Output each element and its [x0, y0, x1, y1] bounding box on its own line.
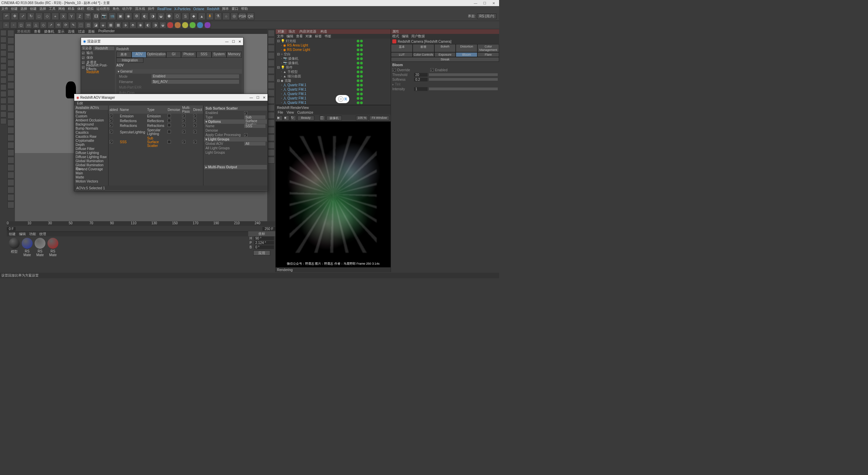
right-tool-3[interactable] [268, 52, 275, 59]
aov-row-3[interactable]: SpecularLightingSpecular Lighting [108, 128, 203, 136]
right-tool-1[interactable] [268, 37, 275, 44]
mat-tab-功能[interactable]: 功能 [29, 232, 36, 236]
menu-窗口[interactable]: 窗口 [232, 6, 238, 11]
vp-menu-选项[interactable]: 选项 [68, 29, 75, 34]
right-tool-13[interactable] [268, 127, 275, 134]
obj-row-3[interactable]: ⊟○空白 [276, 52, 391, 56]
rv-preset-select[interactable]: Beauty [297, 116, 314, 120]
attr-tab-Bokeh[interactable]: Bokeh [434, 44, 456, 52]
mat-tab-编辑[interactable]: 编辑 [19, 232, 26, 236]
attr-tab-LUT[interactable]: LUT [391, 52, 413, 57]
toolbar2-button-8[interactable]: ⟳ [62, 22, 69, 28]
aov-avail-2[interactable]: Ambient Occlusion [74, 118, 108, 122]
menu-工具[interactable]: 工具 [49, 6, 56, 11]
aov-max-button[interactable]: ☐ [256, 96, 259, 99]
obj-row-4[interactable]: ·📷摄像机 [276, 56, 391, 61]
toolbar2-button-15[interactable]: ▩ [115, 22, 121, 28]
obj-menu-编辑[interactable]: 编辑 [287, 34, 293, 39]
aov-avail-16[interactable]: Matte [74, 175, 108, 179]
toolbar2-button-4[interactable]: △ [33, 22, 39, 28]
rs-min-button[interactable]: — [225, 40, 229, 43]
vp-menu-ProRender[interactable]: ProRender [98, 29, 115, 34]
toolbar-button-24[interactable]: ▲ [198, 13, 205, 20]
aov-avail-5[interactable]: Caustics [74, 130, 108, 134]
aov-row-0[interactable]: EmissionEmission [108, 114, 203, 118]
toolbar2-button-25[interactable] [189, 22, 196, 28]
rs-subtab-AOV[interactable]: AOV [132, 52, 147, 58]
toolbar-button-27[interactable]: ○ [222, 13, 230, 20]
menu-运动图形[interactable]: 运动图形 [96, 6, 110, 11]
maximize-button[interactable]: ☐ [480, 1, 489, 5]
menu-样条[interactable]: 样条 [68, 6, 75, 11]
obj-menu-文件[interactable]: 文件 [277, 34, 284, 39]
threshold-slider[interactable] [429, 73, 498, 76]
attr-menu-用户数据[interactable]: 用户数据 [411, 34, 425, 39]
left-tool2-16[interactable] [7, 149, 14, 156]
obj-row-7[interactable]: ·▲手模型 [276, 70, 391, 74]
threshold-value[interactable]: 20 [414, 73, 428, 77]
toolbar-button-5[interactable]: ◇ [43, 13, 51, 20]
aov-enabled-checkbox[interactable] [244, 111, 248, 115]
obj-menu-书签[interactable]: 书签 [324, 34, 331, 39]
vp-menu-查看[interactable]: 查看 [34, 29, 41, 34]
close-button[interactable]: ✕ [490, 1, 498, 5]
menu-脚本[interactable]: 脚本 [222, 6, 229, 11]
left-tool2-10[interactable] [7, 104, 14, 111]
right-tool-16[interactable] [268, 149, 275, 156]
aov-name-input[interactable]: SSS [244, 124, 265, 128]
toolbar-button-10[interactable]: 🎬 [84, 13, 92, 20]
obj-tab-3[interactable]: 构造 [318, 29, 329, 34]
override-checkbox[interactable] [392, 68, 396, 72]
aov-avail-17[interactable]: Motion Vectors [74, 179, 108, 183]
rv-region-icon[interactable]: ◫ [320, 115, 325, 121]
rs-subtab-Memory[interactable]: Memory [226, 52, 242, 58]
rs-filename-input[interactable]: $prj_AOV [152, 80, 239, 84]
menu-模拟[interactable]: 模拟 [87, 6, 94, 11]
softness-slider[interactable] [429, 78, 498, 81]
left-tool2-13[interactable] [7, 127, 14, 134]
right-tool-14[interactable] [268, 134, 275, 141]
left-tool-7[interactable] [0, 77, 6, 83]
toolbar-button-2[interactable]: ⤢ [19, 13, 26, 20]
renderer-select[interactable]: Redshift [93, 46, 114, 50]
left-tool2-3[interactable] [7, 52, 14, 59]
menu-Octane[interactable]: Octane [193, 7, 204, 11]
menu-帮助[interactable]: 帮助 [241, 6, 248, 11]
left-tool2-15[interactable] [7, 142, 14, 149]
toolbar2-button-10[interactable]: ⬚ [77, 22, 84, 28]
ime-indicator[interactable]: 鹿英 [336, 95, 349, 103]
toolbar2-button-9[interactable]: ✎ [70, 22, 77, 28]
mat-tab-创建[interactable]: 创建 [9, 232, 16, 236]
left-tool-5[interactable] [0, 64, 6, 70]
left-tool2-11[interactable] [7, 112, 14, 119]
attr-menu-编辑[interactable]: 编辑 [402, 34, 409, 39]
aov-avail-6[interactable]: Caustics Raw [74, 134, 108, 138]
left-tool2-7[interactable] [7, 82, 14, 89]
attr-tab-Flare[interactable]: Flare [477, 52, 499, 57]
toolbar2-button-18[interactable]: ◉ [137, 22, 144, 28]
menu-选择[interactable]: 选择 [39, 6, 46, 11]
left-tool-13[interactable] [0, 118, 6, 124]
left-tool-8[interactable] [0, 84, 6, 90]
obj-row-9[interactable]: ⊟◆克隆 [276, 78, 391, 83]
aov-avail-9[interactable]: Diffuse Filter [74, 147, 108, 151]
left-tool2-2[interactable] [7, 45, 14, 52]
renderview-image[interactable]: 微信公众号：野鹿志 图片：野鹿志 作者：马鹿野郎 Frame 250 3:14s [276, 121, 391, 267]
rs-subtab-Optimization[interactable]: Optimization [146, 52, 166, 58]
left-tool-9[interactable] [0, 91, 6, 97]
toolbar-button-12[interactable]: 📷 [100, 13, 108, 20]
aov-avail-13[interactable]: Global Illumination Raw [74, 163, 108, 167]
obj-row-14[interactable]: ·人Quartz FM.1 [276, 100, 391, 105]
left-tool-4[interactable] [0, 57, 6, 63]
rs-subtab-System[interactable]: System [212, 52, 227, 58]
aov-row-1[interactable]: ReflectionsReflections [108, 118, 203, 123]
obj-row-11[interactable]: ·人Quartz FM.1 [276, 87, 391, 92]
right-tool-9[interactable] [268, 97, 275, 104]
obj-row-2[interactable]: ·◉RS Dome Light [276, 48, 391, 52]
toolbar-button-8[interactable]: Y [68, 13, 75, 20]
left-tool2-12[interactable] [7, 119, 14, 126]
left-tool2-4[interactable] [7, 60, 14, 66]
menu-流水线[interactable]: 流水线 [135, 6, 145, 11]
right-tool-10[interactable] [268, 104, 275, 111]
rv-play-button[interactable]: ▶ [277, 115, 282, 121]
